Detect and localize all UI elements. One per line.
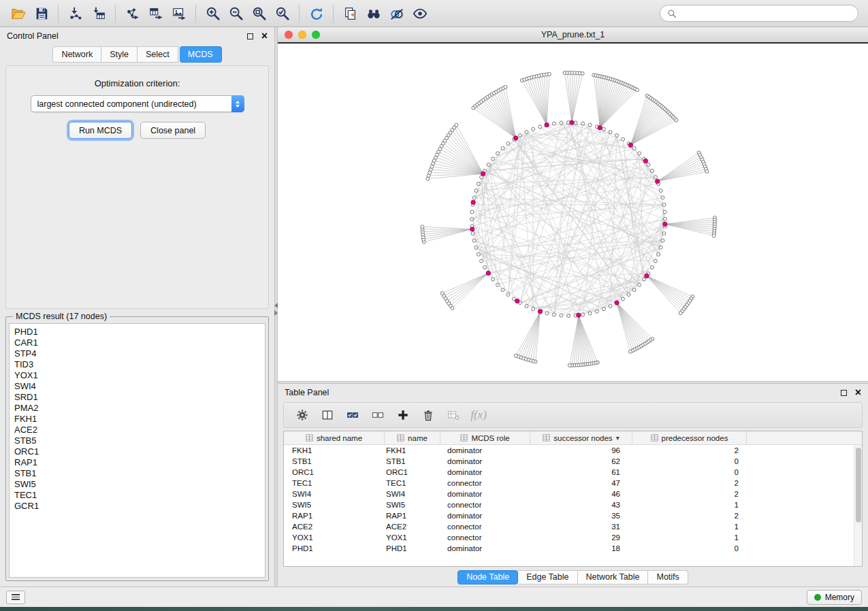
select-stepper-icon [231, 95, 244, 112]
close-panel-button[interactable]: Close panel [140, 122, 206, 139]
float-table-panel-icon[interactable] [841, 390, 847, 396]
search-icon [667, 9, 677, 18]
run-mcds-button[interactable]: Run MCDS [69, 122, 132, 139]
close-panel-icon[interactable]: × [261, 31, 268, 42]
column-header-predecessor-nodes[interactable]: predecessor nodes [632, 431, 747, 444]
table-panel-header: Table Panel × [278, 384, 868, 401]
table-row[interactable]: SWI4SWI4dominator462 [284, 489, 862, 499]
tab-node-table[interactable]: Node Table [457, 570, 518, 584]
mcds-result-item[interactable]: STB1 [10, 468, 265, 479]
window-minimize-icon[interactable] [298, 31, 306, 39]
delete-column-button[interactable] [417, 404, 440, 426]
delete-table-button[interactable] [442, 404, 465, 426]
column-label: name [408, 434, 428, 442]
table-settings-button[interactable] [291, 404, 314, 426]
zoom-in-icon [206, 6, 221, 21]
search-input[interactable] [681, 9, 851, 18]
mcds-result-item[interactable]: GCR1 [10, 501, 265, 512]
export-table-button[interactable] [144, 3, 167, 24]
tab-mcds[interactable]: MCDS [180, 46, 222, 63]
column-header-name[interactable]: name [385, 431, 440, 444]
network-canvas[interactable] [278, 42, 868, 381]
deselect-all-rows-button[interactable] [366, 404, 389, 426]
mcds-result-item[interactable]: STP4 [10, 348, 265, 359]
zoom-fit-button[interactable] [248, 3, 270, 24]
network-graph[interactable] [278, 44, 868, 381]
mcds-result-item[interactable]: ACE2 [10, 425, 265, 435]
close-table-panel-icon[interactable]: × [855, 387, 861, 398]
import-table-button[interactable] [87, 3, 110, 24]
table-cell: 0 [632, 457, 747, 465]
import-network-button[interactable] [64, 3, 86, 24]
memory-button[interactable]: Memory [807, 590, 862, 605]
zoom-selected-button[interactable] [271, 3, 293, 24]
table-cell: 2 [632, 479, 747, 487]
export-network-button[interactable] [121, 3, 144, 24]
add-column-button[interactable] [391, 404, 415, 426]
mcds-result-item[interactable]: CAR1 [10, 337, 265, 348]
mcds-result-item[interactable]: YOX1 [10, 370, 265, 381]
tab-network[interactable]: Network [52, 46, 101, 63]
float-panel-icon[interactable] [247, 33, 253, 39]
table-row[interactable]: PHD1PHD1dominator180 [284, 543, 862, 554]
zoom-in-button[interactable] [202, 3, 224, 24]
scrollbar-thumb[interactable] [856, 448, 861, 523]
table-row[interactable]: ORC1ORC1dominator610 [284, 467, 862, 478]
show-hide-columns-button[interactable] [316, 404, 339, 426]
mcds-result-item[interactable]: SWI4 [10, 381, 265, 392]
tab-select[interactable]: Select [138, 46, 178, 63]
save-session-button[interactable] [30, 3, 52, 24]
function-builder-button[interactable]: f(x) [467, 404, 490, 426]
zoom-out-button[interactable] [225, 3, 247, 24]
show-all-button[interactable] [408, 3, 431, 24]
tab-network-table[interactable]: Network Table [578, 570, 649, 584]
tab-edge-table[interactable]: Edge Table [518, 570, 577, 584]
export-image-button[interactable] [167, 3, 190, 24]
open-session-button[interactable] [7, 3, 29, 24]
clone-network-button[interactable] [339, 3, 361, 24]
mcds-result-list[interactable]: PHD1CAR1STP4TID3YOX1SWI4SRD1PMA2FKH1ACE2… [9, 323, 266, 578]
table-tabs: Node Table Edge Table Network Table Moti… [278, 569, 868, 585]
column-header-successor-nodes[interactable]: successor nodes ▾ [530, 431, 632, 444]
table-cell: SWI5 [385, 501, 440, 509]
criterion-select[interactable]: largest connected component (undirected) [31, 95, 244, 112]
mcds-result-item[interactable]: TEC1 [10, 490, 265, 501]
status-menu-button[interactable] [6, 591, 25, 604]
mcds-result-item[interactable]: ORC1 [10, 446, 265, 457]
control-panel-title: Control Panel [7, 31, 59, 41]
tab-motifs[interactable]: Motifs [648, 570, 688, 584]
column-sort-icon [306, 434, 313, 442]
table-row[interactable]: TEC1TEC1connector472 [284, 478, 862, 489]
window-close-icon[interactable] [285, 31, 293, 39]
refresh-view-button[interactable] [305, 3, 327, 24]
mcds-result-item[interactable]: SRD1 [10, 392, 265, 403]
mcds-result-item[interactable]: PMA2 [10, 403, 265, 414]
table-row[interactable]: STB1STB1dominator620 [284, 456, 862, 467]
criterion-value: largest connected component (undirected) [31, 99, 231, 109]
mcds-result-item[interactable]: TID3 [10, 359, 265, 370]
table-row[interactable]: RAP1RAP1dominator352 [284, 510, 862, 521]
table-row[interactable]: YOX1YOX1connector291 [284, 532, 862, 543]
mcds-result-item[interactable]: STB5 [10, 435, 265, 446]
table-row[interactable]: FKH1FKH1dominator962 [284, 445, 862, 456]
sort-dropdown-icon[interactable]: ▾ [616, 434, 620, 442]
select-all-rows-button[interactable] [341, 404, 364, 426]
hide-selected-button[interactable] [385, 3, 408, 24]
table-cell: dominator [440, 490, 530, 498]
mcds-result-item[interactable]: RAP1 [10, 457, 265, 468]
column-header-mcds-role[interactable]: MCDS role [440, 431, 530, 444]
column-header-shared-name[interactable]: shared name [284, 431, 385, 444]
zoom-fit-icon [252, 6, 267, 21]
mcds-result-item[interactable]: FKH1 [10, 414, 265, 425]
table-row[interactable]: ACE2ACE2connector311 [284, 521, 862, 532]
mcds-result-item[interactable]: PHD1 [10, 327, 265, 337]
search-network-button[interactable] [362, 3, 385, 24]
tab-style[interactable]: Style [101, 46, 138, 63]
binoculars-icon [366, 6, 381, 21]
table-cell: 2 [632, 512, 747, 520]
mcds-result-item[interactable]: SWI5 [10, 479, 265, 490]
window-maximize-icon[interactable] [312, 31, 320, 39]
mcds-result-title: MCDS result (17 nodes) [13, 312, 110, 321]
table-scrollbar[interactable] [854, 445, 862, 566]
table-row[interactable]: SWI5SWI5connector431 [284, 499, 862, 510]
